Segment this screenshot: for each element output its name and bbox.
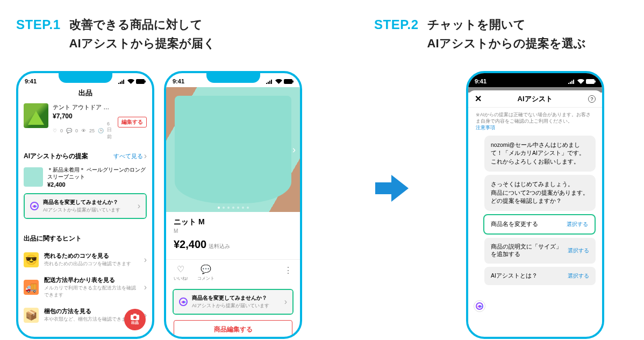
svg-rect-5 (284, 79, 292, 84)
suggestion-row[interactable]: ＊新品未着用＊ ペールグリーンのロングスリーブニット ¥2,400 (18, 164, 152, 190)
svg-point-4 (133, 316, 137, 319)
help-icon[interactable]: ? (588, 95, 596, 103)
action-row: ♡いいね! 💬コメント ⋮ (166, 259, 300, 286)
heart-icon: ♡ (53, 128, 57, 133)
svg-rect-7 (586, 79, 595, 84)
banner-title: 商品名を変更してみませんか？ (43, 199, 133, 206)
banner-title: 商品名を変更してみませんか？ (192, 294, 280, 302)
step2-label: STEP.2 (374, 17, 419, 32)
hint-row[interactable]: 😎 売れるためのコツを見る売れるための出品のコツを確認できます › (18, 247, 152, 272)
battery-icon (284, 79, 294, 84)
hint-icon: 😎 (24, 252, 39, 267)
signal-icon (118, 79, 126, 84)
step1-header: STEP.1 改善できる商品に対して AIアシストから提案が届く (16, 15, 216, 53)
wifi-icon (577, 79, 584, 84)
chat-bubble: さっそくはじめてみましょう。 商品について2つの提案があります。どの提案を確認し… (484, 175, 596, 211)
disclaimer-text: ※AIからの提案は正確でない場合があります。お客さま自身で内容をご確認の上ご利用… (468, 108, 602, 132)
hint-title: 配送方法早わかり表を見る (44, 276, 139, 284)
chat-option[interactable]: 商品の説明文に「サイズ」を追加する 選択する (484, 238, 596, 264)
chat-option[interactable]: 商品名を変更する 選択する (483, 214, 596, 235)
svg-rect-3 (133, 314, 137, 315)
step2-text: チャットを開いて AIアシストからの提案を選ぶ (427, 15, 586, 53)
svg-rect-6 (292, 80, 294, 82)
more-icon[interactable]: ⋮ (284, 264, 292, 275)
suggestion-section-header: AIアシストからの提案 すべて見る› (18, 143, 152, 164)
hint-icon: 📦 (24, 308, 39, 323)
edit-button[interactable]: 編集する (118, 117, 147, 128)
product-title: ニット M (174, 217, 292, 227)
close-icon[interactable]: ✕ (475, 94, 482, 104)
ai-suggestion-banner[interactable]: 商品名を変更してみませんか？ AIアシストから提案が届いています › (24, 193, 147, 219)
option-label: 商品名を変更する (491, 221, 538, 228)
product-hero-image[interactable]: › (166, 87, 300, 212)
notch (59, 73, 112, 83)
chat-header: ✕ AIアシスト ? (468, 90, 602, 108)
knit-sweater (175, 96, 291, 203)
step2-header: STEP.2 チャットを開いて AIアシストからの提案を選ぶ (374, 15, 586, 53)
like-button[interactable]: ♡いいね! (174, 264, 188, 281)
phone-product-detail: 9:41 › ニット M M ¥2,400送料込み ♡いいね! 💬コメント ⋮ … (164, 71, 302, 339)
suggestion-price: ¥2,400 (47, 181, 147, 188)
battery-icon (586, 79, 596, 84)
notch (206, 73, 260, 83)
hint-title: 売れるためのコツを見る (44, 252, 139, 260)
ai-assist-icon (30, 202, 39, 210)
phone-listing-screen: 9:41 出品 テント アウトドア キャ… ¥7,700 ♡0 💬0 👁25 🕒… (16, 71, 154, 339)
step1-label: STEP.1 (16, 17, 61, 32)
see-all-link[interactable]: すべて見る› (113, 151, 147, 161)
notice-link[interactable]: 注意事項 (476, 125, 495, 130)
select-link[interactable]: 選択する (567, 221, 588, 228)
ai-suggestion-banner[interactable]: 商品名を変更してみませんか？ AIアシストから提案が届いています › (173, 289, 294, 315)
svg-rect-0 (136, 79, 145, 84)
status-time: 9:41 (475, 78, 486, 84)
chat-option[interactable]: AIアシストとは？ 選択する (484, 267, 596, 285)
notch (507, 73, 564, 84)
step1-text: 改善できる商品に対して AIアシストから提案が届く (69, 15, 216, 53)
banner-subtitle: AIアシストから提案が届いています (43, 207, 133, 214)
ai-assist-icon (179, 298, 188, 306)
camera-fab[interactable]: 出品 (124, 309, 146, 330)
carousel-dots (166, 207, 300, 209)
edit-product-button[interactable]: 商品編集する (174, 320, 292, 339)
product-price: ¥2,400送料込み (174, 238, 292, 251)
comment-button[interactable]: 💬コメント (197, 264, 214, 281)
product-thumbnail (24, 103, 48, 128)
wifi-icon (127, 79, 134, 84)
option-label: AIアシストとは？ (491, 272, 538, 280)
select-link[interactable]: 選択する (568, 247, 589, 254)
hint-icon: 🚚 (24, 280, 39, 295)
camera-icon (131, 314, 139, 320)
hints-title: 出品に関するヒント (18, 222, 152, 247)
product-row[interactable]: テント アウトドア キャ… ¥7,700 ♡0 💬0 👁25 🕒6日前 編集する (18, 101, 152, 143)
product-price: ¥7,700 (53, 112, 113, 120)
svg-rect-1 (145, 80, 146, 82)
chevron-right-icon: › (144, 151, 147, 161)
section-title: AIアシストからの提案 (24, 152, 88, 161)
product-info: テント アウトドア キャ… ¥7,700 ♡0 💬0 👁25 🕒6日前 (53, 103, 113, 140)
heart-icon: ♡ (177, 264, 184, 274)
eye-icon: 👁 (81, 128, 86, 133)
fab-label: 出品 (131, 320, 139, 325)
signal-icon (266, 79, 274, 84)
hint-title: 梱包の方法を見る (44, 307, 139, 315)
suggestion-thumbnail (24, 167, 43, 187)
page-title: 出品 (18, 87, 152, 101)
select-link[interactable]: 選択する (568, 272, 589, 280)
comment-icon: 💬 (66, 128, 72, 133)
svg-rect-8 (595, 80, 596, 82)
product-name: テント アウトドア キャ… (53, 103, 113, 111)
status-time: 9:41 (25, 78, 37, 84)
banner-subtitle: AIアシストから提案が届いています (192, 302, 280, 309)
battery-icon (136, 79, 146, 84)
product-stats: ♡0 💬0 👁25 🕒6日前 (53, 121, 113, 140)
hint-row[interactable]: 🚚 配送方法早わかり表を見るメルカリで利用できる主な配送方法を確認できます › (18, 272, 152, 303)
ai-avatar (474, 300, 485, 312)
chevron-right-icon: › (284, 297, 287, 307)
product-size: M (174, 228, 292, 234)
clock-icon: 🕒 (98, 128, 104, 133)
suggestion-name: ＊新品未着用＊ ペールグリーンのロングスリーブニット (47, 166, 147, 180)
hint-subtitle: メルカリで利用できる主な配送方法を確認できます (44, 285, 139, 299)
chevron-right-icon: › (144, 282, 147, 292)
status-icons (266, 79, 294, 84)
next-image-icon[interactable]: › (292, 144, 296, 155)
